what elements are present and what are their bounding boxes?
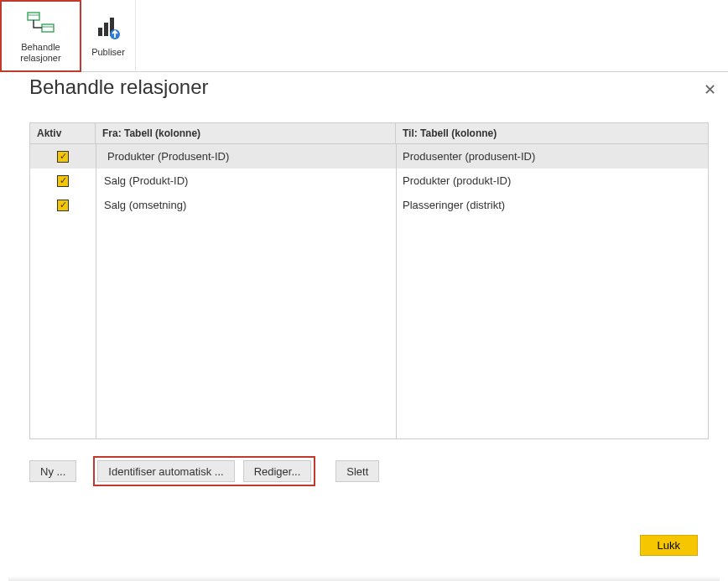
ribbon-label-line1: Behandle bbox=[21, 42, 60, 53]
cell-from: Salg (omsetning) bbox=[96, 195, 396, 215]
cell-to: Produsenter (produsent-ID) bbox=[396, 146, 708, 167]
table-header: Aktiv Fra: Tabell (kolonne) Til: Tabell … bbox=[30, 123, 708, 144]
auto-detect-button[interactable]: Identifiser automatisk ... bbox=[97, 460, 234, 482]
cell-from: Produkter (Produsent-ID) bbox=[96, 146, 396, 167]
delete-button[interactable]: Slett bbox=[335, 460, 379, 482]
ribbon-toolbar: Behandle relasjoner Publiser bbox=[0, 0, 728, 72]
new-button[interactable]: Ny ... bbox=[29, 460, 76, 482]
active-checkbox[interactable]: ✓ bbox=[57, 200, 69, 211]
column-divider bbox=[396, 144, 397, 438]
active-checkbox[interactable]: ✓ bbox=[57, 175, 69, 187]
close-button[interactable]: Lukk bbox=[640, 535, 698, 556]
highlighted-button-group: Identifiser automatisk ... Rediger... bbox=[93, 456, 315, 486]
svg-rect-2 bbox=[42, 24, 54, 32]
svg-rect-0 bbox=[28, 13, 39, 20]
manage-relationships-dialog: Behandle relasjoner Aktiv Fra: Tabell (k… bbox=[29, 75, 709, 486]
ribbon-publish-label: Publiser bbox=[91, 47, 125, 58]
active-checkbox[interactable]: ✓ bbox=[57, 151, 69, 163]
cell-to: Plasseringer (distrikt) bbox=[396, 195, 708, 215]
cell-to: Produkter (produkt-ID) bbox=[396, 170, 708, 191]
table-body: ✓ Produkter (Produsent-ID) Produsenter (… bbox=[30, 144, 708, 438]
manage-relationships-icon bbox=[27, 8, 55, 39]
dialog-footer: Lukk bbox=[640, 535, 698, 556]
dialog-buttons: Ny ... Identifiser automatisk ... Redige… bbox=[29, 456, 709, 486]
publish-icon bbox=[95, 13, 122, 44]
column-divider bbox=[96, 144, 96, 438]
table-row[interactable]: ✓ Salg (omsetning) Plasseringer (distrik… bbox=[30, 193, 708, 217]
table-row[interactable]: ✓ Produkter (Produsent-ID) Produsenter (… bbox=[30, 144, 708, 169]
col-header-to[interactable]: Til: Tabell (kolonne) bbox=[396, 123, 708, 143]
publish-button[interactable]: Publiser bbox=[81, 0, 136, 72]
cell-from: Salg (Produkt-ID) bbox=[96, 170, 396, 191]
ribbon-label-line2: relasjoner bbox=[20, 53, 60, 64]
svg-rect-5 bbox=[104, 23, 108, 36]
shadow-decoration bbox=[8, 576, 720, 581]
edit-button[interactable]: Rediger... bbox=[243, 460, 312, 482]
relationships-table: Aktiv Fra: Tabell (kolonne) Til: Tabell … bbox=[29, 122, 709, 439]
dialog-title: Behandle relasjoner bbox=[29, 75, 709, 99]
table-row[interactable]: ✓ Salg (Produkt-ID) Produkter (produkt-I… bbox=[30, 169, 708, 193]
svg-rect-4 bbox=[98, 28, 102, 36]
col-header-from[interactable]: Fra: Tabell (kolonne) bbox=[96, 123, 396, 143]
col-header-active[interactable]: Aktiv bbox=[30, 123, 96, 143]
manage-relationships-button[interactable]: Behandle relasjoner bbox=[0, 0, 81, 72]
